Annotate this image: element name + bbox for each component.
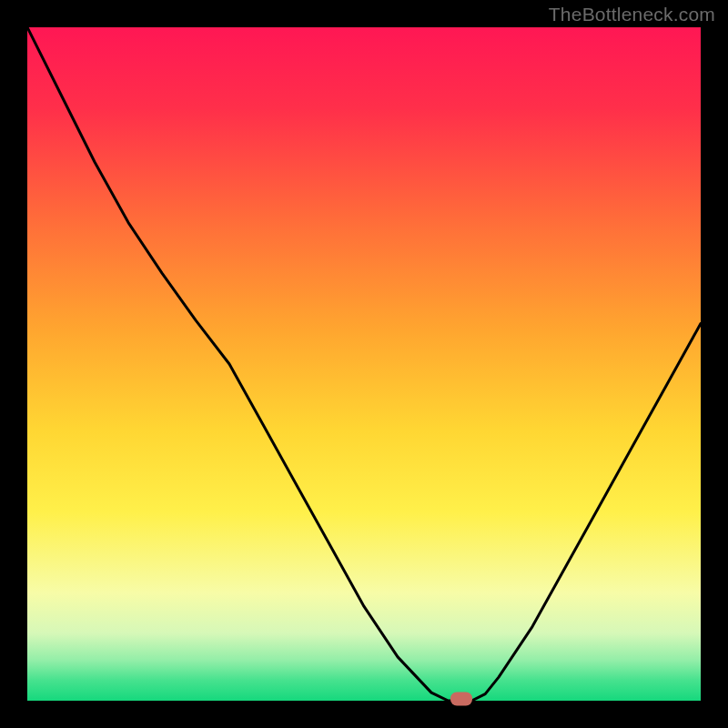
gradient-background (27, 27, 701, 701)
watermark-text: TheBottleneck.com (549, 4, 715, 25)
chart-svg (27, 27, 701, 701)
optimal-point-marker (450, 692, 472, 705)
chart-canvas (27, 27, 701, 701)
